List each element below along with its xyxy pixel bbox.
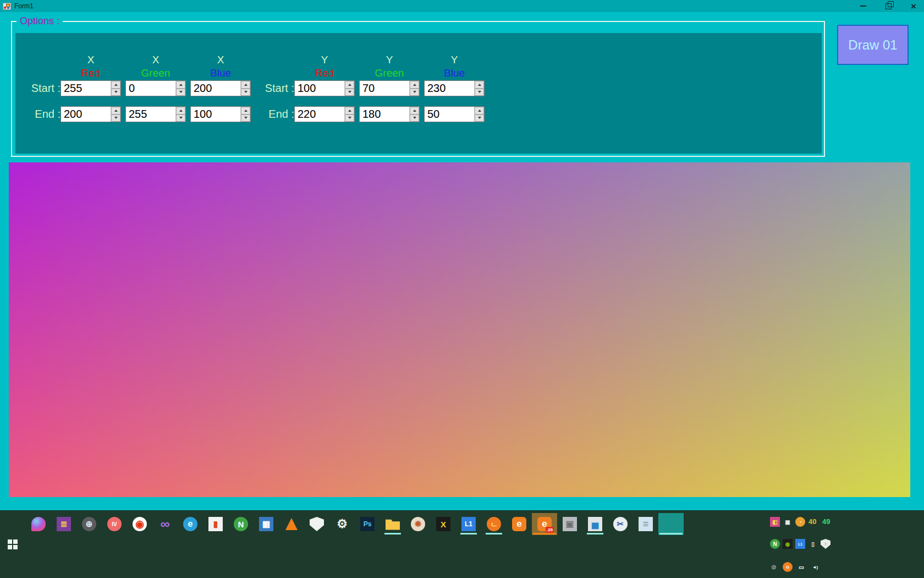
firefox-icon[interactable]: ᓚ (481, 513, 507, 535)
task-manager-icon[interactable]: ▅ (582, 513, 608, 535)
spinner-up-button[interactable] (176, 81, 185, 89)
n-tray-icon[interactable]: N (770, 539, 780, 549)
winrar-icon[interactable]: ≣ (51, 513, 76, 535)
calculator-icon[interactable]: ▦ (254, 513, 279, 535)
nud-value[interactable]: 0 (126, 81, 175, 96)
visual-studio-icon[interactable]: ∞ (152, 513, 178, 535)
display-tray-icon[interactable]: ▭ (796, 562, 806, 572)
spinner-down-button[interactable] (475, 89, 484, 96)
nud-y-blue-start[interactable]: 230 (424, 80, 485, 96)
nud-x-red-end[interactable]: 200 (61, 106, 121, 122)
minimize-icon[interactable] (857, 1, 869, 12)
spinner-up-button[interactable] (410, 107, 419, 114)
defender-warning-tray-icon[interactable]: ! (821, 539, 831, 549)
draw-button[interactable]: Draw 01 (837, 25, 909, 65)
spinner-down-button[interactable] (410, 114, 419, 122)
e-app-badged-icon[interactable]: e.35 (532, 513, 557, 535)
settings-gear-icon[interactable]: ⚙ (329, 513, 355, 535)
nud-x-red-start[interactable]: 255 (61, 80, 121, 96)
spinner-down-button[interactable] (176, 89, 185, 96)
spinner-down-button[interactable] (345, 114, 354, 122)
spinner-down-button[interactable] (345, 89, 354, 96)
spinner-up-button[interactable] (176, 107, 185, 114)
column-axis-x-green: X (125, 54, 186, 66)
spinner-up-button[interactable] (345, 81, 354, 89)
nud-value[interactable]: 230 (425, 81, 474, 96)
spinner-up-button[interactable] (475, 107, 484, 114)
nud-y-red-start[interactable]: 100 (294, 80, 355, 96)
spinner-up-button[interactable] (111, 107, 120, 114)
spinner-up-button[interactable] (345, 107, 354, 114)
paint-drop-icon[interactable] (26, 513, 51, 535)
snipping-tool-icon[interactable]: ✂ (608, 513, 633, 535)
speaker-tray-icon[interactable]: ◄) (810, 562, 820, 572)
irfanview-icon[interactable]: IV (102, 513, 127, 535)
nud-value[interactable]: 200 (61, 107, 111, 122)
x-app-icon[interactable]: X (431, 513, 456, 535)
nud-value[interactable]: 200 (191, 81, 240, 96)
spinner-up-button[interactable] (241, 81, 250, 89)
nvidia-tray-icon[interactable]: ◉ (783, 539, 793, 549)
screen-recorder-icon[interactable]: ◉ (127, 513, 152, 535)
spinner-down-button[interactable] (241, 89, 250, 96)
temp-49[interactable]: 49 (822, 517, 830, 526)
vlc-icon[interactable] (279, 513, 304, 535)
l1-tray-icon[interactable]: L1 (795, 539, 805, 549)
form1-app-icon[interactable] (658, 513, 684, 535)
nud-x-green-end[interactable]: 255 (125, 106, 186, 122)
nud-value[interactable]: 220 (295, 107, 344, 122)
gray-app-icon[interactable]: ▣ (557, 513, 582, 535)
nud-value[interactable]: 70 (360, 81, 409, 96)
restore-icon[interactable] (882, 1, 894, 12)
grid-tray-icon[interactable]: ▦ (783, 517, 793, 527)
column-axis-y-blue: Y (424, 54, 485, 66)
spinner-down-button[interactable] (111, 89, 120, 96)
temp-monitor-icon[interactable]: ▮ (203, 513, 228, 535)
g-app-tray-icon[interactable]: G (783, 562, 793, 572)
spinner-down-button[interactable] (176, 114, 185, 122)
spinner-up-button[interactable] (475, 81, 484, 89)
nud-value[interactable]: 180 (360, 107, 409, 122)
nud-y-red-end[interactable]: 220 (294, 106, 355, 122)
photoshop-icon[interactable]: Ps (355, 513, 380, 535)
notepad-icon[interactable]: ≡ (633, 513, 658, 535)
nud-x-blue-end[interactable]: 100 (190, 106, 251, 122)
usb-tray-icon[interactable]: ▯ (808, 539, 818, 549)
spinner-down-button[interactable] (410, 89, 419, 96)
n-app-icon[interactable]: N (228, 513, 254, 535)
l1-app-icon[interactable]: L1 (456, 513, 481, 535)
defender-shield-icon[interactable] (304, 513, 329, 535)
edge-icon[interactable]: e (178, 513, 203, 535)
nud-value[interactable]: 100 (191, 107, 240, 122)
paint-palette-icon[interactable]: ❋ (405, 513, 431, 535)
spinner-down-button[interactable] (111, 114, 120, 122)
spinner-down-button[interactable] (241, 114, 250, 122)
nud-value[interactable]: 255 (61, 81, 111, 96)
nud-value[interactable]: 100 (295, 81, 344, 96)
nud-y-green-start[interactable]: 70 (359, 80, 420, 96)
leaf-slash-tray-icon[interactable]: ⊘ (769, 562, 779, 572)
column-axis-y-green: Y (359, 54, 420, 66)
file-explorer-icon[interactable] (380, 513, 405, 535)
y-end-label: End : (251, 106, 294, 122)
nud-x-blue-start[interactable]: 200 (190, 80, 251, 96)
x-end-label: End : (18, 106, 61, 122)
title-bar: Form1 × (0, 0, 924, 12)
spinner-up-button[interactable] (241, 107, 250, 114)
spinner-up-button[interactable] (111, 81, 120, 89)
e-app-icon[interactable]: e (507, 513, 532, 535)
spinner-up-button[interactable] (410, 81, 419, 89)
nud-value[interactable]: 50 (425, 107, 474, 122)
color-manager-tray-icon[interactable]: ◧ (770, 517, 780, 527)
close-icon[interactable]: × (908, 1, 920, 12)
nud-y-blue-end[interactable]: 50 (424, 106, 485, 122)
attention-badge: .35 (546, 527, 554, 533)
spinner-down-button[interactable] (475, 114, 484, 122)
nud-value[interactable]: 255 (126, 107, 175, 122)
orange-ball-tray-icon[interactable]: ◔ (795, 517, 805, 527)
nud-y-green-end[interactable]: 180 (359, 106, 420, 122)
temp-40[interactable]: 40 (809, 517, 816, 526)
nud-x-green-start[interactable]: 0 (125, 80, 186, 96)
globe-app-icon[interactable]: ⊕ (76, 513, 102, 535)
start-button[interactable] (8, 539, 18, 549)
